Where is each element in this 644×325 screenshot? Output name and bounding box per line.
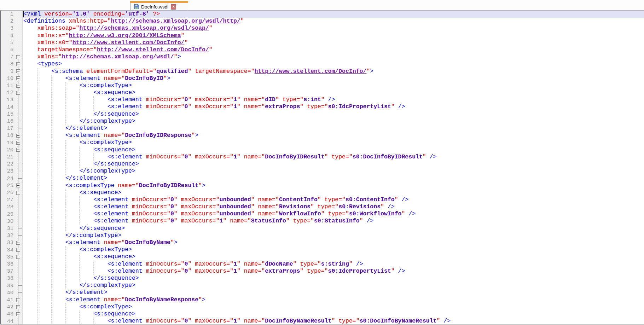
fold-collapse-icon[interactable] — [16, 148, 20, 152]
code-line[interactable]: <s:element name="DocInfoByNameResponse"> — [23, 296, 644, 303]
syntax-token: " type=" — [311, 203, 338, 210]
fold-collapse-icon[interactable] — [16, 184, 20, 187]
code-line[interactable]: </s:sequence> — [23, 111, 644, 118]
code-line[interactable]: </s:complexType> — [23, 168, 644, 175]
indent-guide — [37, 153, 38, 161]
syntax-token: " — [395, 196, 398, 203]
syntax-token: DocInfoByName — [125, 239, 170, 246]
code-line[interactable]: <s:element minOccurs="0" maxOccurs="1" n… — [23, 318, 644, 325]
code-line[interactable]: <s:element minOccurs="0" maxOccurs="unbo… — [23, 196, 644, 203]
code-line[interactable]: <s:element minOccurs="0" maxOccurs="1" n… — [23, 261, 644, 268]
code-line[interactable]: xmlns:soap="http://schemas.xmlsoap.org/w… — [23, 25, 644, 32]
syntax-token: </s:sequence> — [93, 275, 139, 282]
code-line[interactable]: <s:complexType> — [23, 82, 644, 89]
code-line[interactable]: <s:sequence> — [23, 146, 644, 153]
code-line[interactable]: <s:element minOccurs="0" maxOccurs="1" n… — [23, 103, 644, 110]
tab-docinfo-wsdl[interactable]: DocInfo.wsdl ✕ — [130, 1, 188, 10]
fold-collapse-icon[interactable] — [16, 76, 20, 80]
fold-collapse-icon[interactable] — [16, 241, 20, 245]
fold-collapse-icon[interactable] — [16, 255, 20, 259]
code-line[interactable]: <s:element minOccurs="0" maxOccurs="1" n… — [23, 217, 644, 225]
code-line[interactable]: </s:element> — [23, 175, 644, 182]
syntax-token: > — [178, 53, 181, 60]
fold-collapse-icon[interactable] — [16, 55, 20, 59]
code-line[interactable]: <s:complexType> — [23, 303, 644, 311]
code-line[interactable]: </s:element> — [23, 125, 644, 132]
indent-guide — [51, 139, 52, 146]
code-line[interactable]: </s:element> — [23, 289, 644, 296]
syntax-token: name=" — [100, 239, 125, 246]
syntax-token: s0:DocInfoByIDResult — [353, 153, 423, 160]
syntax-token: " — [198, 182, 202, 189]
code-line[interactable]: <s:element minOccurs="0" maxOccurs="unbo… — [23, 210, 644, 217]
code-line[interactable]: </s:sequence> — [23, 225, 644, 232]
syntax-token: " — [391, 268, 395, 274]
code-line[interactable]: <s:sequence> — [23, 89, 644, 96]
fold-cell — [15, 111, 22, 118]
fold-collapse-icon[interactable] — [16, 305, 20, 309]
code-line[interactable]: </s:complexType> — [23, 232, 644, 239]
indent-guide — [65, 196, 66, 203]
gutter-row: 1 — [0, 11, 23, 18]
fold-cell — [15, 32, 22, 39]
fold-collapse-icon[interactable] — [16, 62, 20, 66]
syntax-token: <s:schema — [51, 68, 83, 75]
indent-guide — [51, 239, 52, 246]
syntax-token: " — [198, 296, 202, 303]
code-line[interactable]: <s:element minOccurs="0" maxOccurs="unbo… — [23, 203, 644, 210]
code-line[interactable]: <s:schema elementFormDefault="qualified"… — [23, 68, 644, 75]
code-line[interactable]: </s:complexType> — [23, 118, 644, 125]
syntax-token: DocInfoByNameResponse — [125, 296, 198, 303]
fold-collapse-icon[interactable] — [16, 298, 20, 302]
close-icon[interactable]: ✕ — [171, 4, 176, 10]
code-line[interactable]: <s:element minOccurs="0" maxOccurs="1" n… — [23, 96, 644, 103]
fold-collapse-icon[interactable] — [16, 84, 20, 88]
code-line[interactable]: <s:complexType name="DocInfoByIDResult"> — [23, 182, 644, 189]
fold-collapse-icon[interactable] — [16, 248, 20, 252]
code-line[interactable]: </s:sequence> — [23, 161, 644, 168]
code-line[interactable]: <types> — [23, 60, 644, 68]
code-line[interactable]: <definitions xmlns:http="http://schemas.… — [23, 18, 644, 25]
code-line[interactable]: targetNamespace="http://www.stellent.com… — [23, 46, 644, 53]
code-line[interactable]: <s:element name="DocInfoByName"> — [23, 239, 644, 246]
syntax-token: <s:element — [65, 75, 100, 82]
syntax-token: " — [349, 261, 353, 267]
gutter-row: 38 — [0, 275, 23, 282]
fold-collapse-icon[interactable] — [16, 69, 20, 73]
code-line[interactable]: </s:sequence> — [23, 275, 644, 282]
fold-collapse-icon[interactable] — [16, 312, 20, 316]
code-line[interactable]: <s:element name="DocInfoByID"> — [23, 75, 644, 82]
code-line[interactable]: <s:sequence> — [23, 311, 644, 318]
fold-collapse-icon[interactable] — [16, 134, 20, 138]
code-line[interactable]: <s:sequence> — [23, 189, 644, 196]
code-line[interactable]: <?xml version='1.0' encoding='utf-8' ?> — [23, 11, 644, 18]
code-line[interactable]: <s:element name="DocInfoByIDResponse"> — [23, 132, 644, 139]
fold-end-marker — [18, 128, 22, 128]
syntax-token: </s:sequence> — [79, 225, 125, 232]
code-line[interactable]: <s:complexType> — [23, 139, 644, 146]
fold-collapse-icon[interactable] — [16, 91, 20, 95]
line-number: 17 — [0, 125, 13, 132]
syntax-token: </s:complexType> — [79, 282, 135, 289]
code-line[interactable]: <s:complexType> — [23, 246, 644, 253]
code-editor[interactable]: <?xml version='1.0' encoding='utf-8' ?><… — [23, 11, 644, 325]
syntax-token: " type=" — [293, 261, 321, 267]
indent-guide — [65, 261, 66, 268]
indent-guide — [37, 232, 38, 239]
gutter-row: 12 — [0, 89, 23, 96]
fold-cell — [15, 318, 22, 325]
code-line[interactable]: xmlns:s0="http://www.stellent.com/DocInf… — [23, 39, 644, 46]
code-line[interactable]: <s:element minOccurs="0" maxOccurs="1" n… — [23, 153, 644, 161]
gutter-row: 40 — [0, 289, 23, 296]
code-line[interactable]: xmlns="http://schemas.xmlsoap.org/wsdl/"… — [23, 53, 644, 60]
fold-collapse-icon[interactable] — [16, 191, 20, 195]
code-line[interactable]: <s:sequence> — [23, 253, 644, 260]
code-line[interactable]: </s:complexType> — [23, 282, 644, 289]
line-number: 12 — [0, 89, 13, 96]
fold-cell — [15, 89, 22, 96]
minus-glyph — [17, 185, 19, 186]
fold-collapse-icon[interactable] — [16, 141, 20, 145]
code-line[interactable]: <s:element minOccurs="0" maxOccurs="1" n… — [23, 268, 644, 275]
syntax-token: " maxOccurs=" — [174, 210, 220, 217]
code-line[interactable]: xmlns:s="http://www.w3.org/2001/XMLSchem… — [23, 32, 644, 39]
